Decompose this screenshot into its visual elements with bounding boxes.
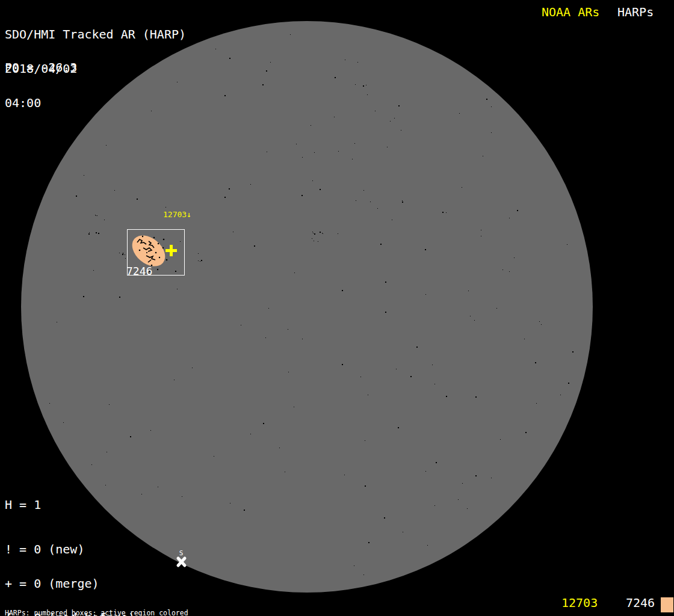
harp-box-number: 7246 [126,266,152,277]
legend-line-merge: + = 0 (merge) [5,578,143,590]
active-region-color-swatch [661,597,673,612]
solar-disk-plot: 7246 12703↓ S SDO/HMI Tracked AR (HARP) … [0,0,674,616]
caption-harps: HARPs: numbered boxes; active region col… [5,610,247,616]
south-pole-label: S [177,550,185,556]
footer-captions: HARPs: numbered boxes; active region col… [5,596,247,616]
page-title: SDO/HMI Tracked AR (HARP) [5,29,186,40]
noaa-ar-label: 12703↓ [163,211,191,218]
p0-angle-value: P0 = -26.3 [5,62,77,73]
south-pole-x-icon [178,558,185,565]
footer-harp-number: 7246 [626,597,655,609]
harp-count: H = 1 [5,499,41,511]
footer-noaa-number: 12703 [561,597,598,609]
legend-line-new: ! = 0 (new) [5,544,143,555]
harp-box: 7246 [127,229,185,276]
time-label: 04:00 [5,97,186,109]
